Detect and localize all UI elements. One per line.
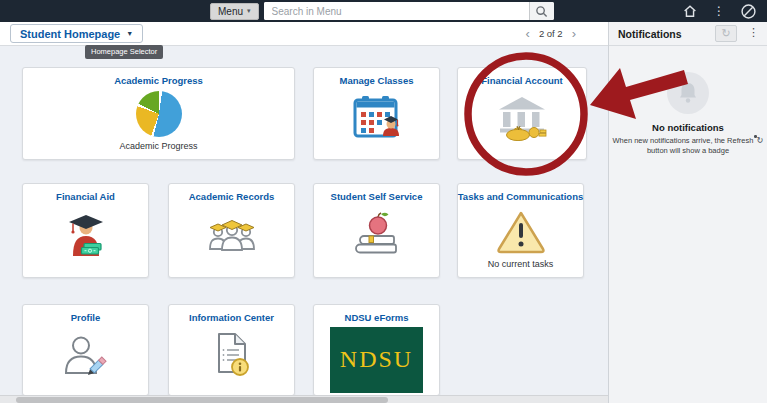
notifications-body: No notifications When new notifications … (609, 46, 767, 403)
warning-triangle-icon (495, 202, 547, 259)
search-button[interactable] (529, 2, 554, 20)
page-header: Student Homepage ▼ ‹ 2 of 2 › (0, 22, 608, 46)
document-info-icon (208, 323, 256, 386)
chevron-down-icon: ▾ (247, 7, 251, 15)
homepage-pagination: ‹ 2 of 2 › (526, 27, 576, 40)
tile-financial-account[interactable]: Financial Account (457, 67, 587, 160)
tile-manage-classes[interactable]: Manage Classes (313, 67, 440, 160)
menu-button[interactable]: Menu ▾ (210, 3, 259, 20)
home-icon[interactable] (682, 3, 698, 19)
tile-academic-records[interactable]: Academic Records (168, 183, 295, 278)
top-navigation-bar: Menu ▾ ⋮ (0, 0, 767, 22)
chevron-right-icon[interactable]: › (572, 27, 576, 40)
actions-kebab-icon[interactable]: ⋮ (713, 5, 725, 17)
menu-button-label: Menu (218, 6, 243, 17)
refresh-badge-icon: ↻ (756, 136, 763, 146)
chevron-down-icon: ▼ (126, 30, 133, 37)
refresh-button[interactable]: ↻ (715, 25, 737, 42)
refresh-icon: ↻ (721, 28, 730, 39)
tile-information-center[interactable]: Information Center (168, 304, 295, 396)
chevron-left-icon[interactable]: ‹ (526, 27, 530, 40)
badge-dot (754, 135, 757, 138)
tile-ndsu-eforms[interactable]: NDSU eForms NDSU (313, 304, 440, 396)
notifications-title: Notifications (618, 28, 682, 40)
app-window: Menu ▾ ⋮ (0, 0, 767, 403)
topbar-action-icons: ⋮ (682, 3, 757, 20)
graduate-financial-icon (63, 202, 109, 268)
search-input[interactable] (264, 2, 529, 20)
homepage-selector-tooltip: Homepage Selector (85, 45, 163, 59)
notifications-kebab-icon[interactable]: ⋮ (748, 26, 759, 39)
no-notifications-title: No notifications (609, 122, 767, 133)
tile-financial-aid[interactable]: Financial Aid (22, 183, 149, 278)
bank-money-icon (496, 86, 548, 150)
search-icon (535, 5, 548, 18)
navbar-icon[interactable] (740, 3, 757, 20)
notifications-header: Notifications ↻ ⋮ (609, 22, 767, 46)
bell-icon (667, 72, 709, 114)
tile-profile[interactable]: Profile (22, 304, 149, 396)
scrollbar-thumb[interactable] (16, 397, 388, 403)
tile-subtitle: No current tasks (488, 259, 554, 277)
tile-subtitle: Academic Progress (119, 141, 197, 159)
books-apple-icon (352, 202, 402, 268)
ndsu-logo-text: NDSU (340, 346, 413, 373)
tile-academic-progress[interactable]: Academic Progress Academic Progress (22, 67, 295, 160)
person-pencil-icon (62, 323, 110, 386)
notifications-panel: Notifications ↻ ⋮ No notifications When … (608, 22, 767, 403)
tile-student-self-service[interactable]: Student Self Service (313, 183, 440, 278)
ndsu-logo: NDSU (330, 323, 423, 395)
horizontal-scrollbar[interactable] (0, 395, 608, 403)
no-notifications-message: When new notifications arrive, the Refre… (609, 136, 767, 155)
homepage-selector-button[interactable]: Student Homepage ▼ (10, 24, 143, 43)
tile-tasks-communications[interactable]: Tasks and Communications No current task… (457, 183, 584, 278)
calendar-student-icon (352, 86, 402, 150)
search-box (264, 2, 554, 20)
pagination-label: 2 of 2 (539, 28, 563, 39)
graduates-group-icon (205, 202, 259, 268)
page-title: Student Homepage (20, 28, 120, 40)
pie-chart-icon (136, 86, 182, 141)
